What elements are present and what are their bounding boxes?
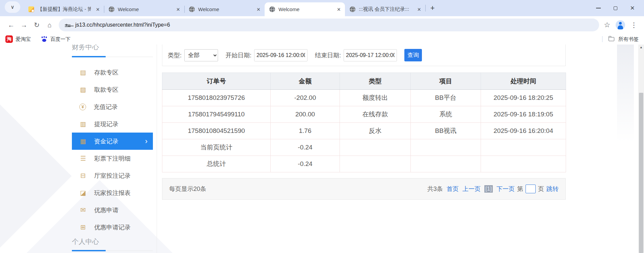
tab-forum[interactable]: 【新提醒】海燕论坛 - 博学交流 × bbox=[24, 2, 104, 16]
cell-amount: -0.24 bbox=[271, 156, 340, 172]
tab-welcome-active[interactable]: Welcome × bbox=[265, 2, 345, 16]
cell-order-no: 1758018023975726 bbox=[162, 90, 271, 106]
page-content: 财务中心 ▤ 存款专区 ▨ 取款专区 ¥ 充值记录 ▥ 提现记录 ▦ 资金记录 … bbox=[0, 45, 644, 253]
cell-amount: -0.24 bbox=[271, 139, 340, 156]
bookmark-star-icon[interactable]: ☆ bbox=[604, 21, 610, 29]
all-bookmarks-button[interactable]: 所有书签 bbox=[602, 36, 639, 43]
tab-title: 【新提醒】海燕论坛 - 博学交流 bbox=[37, 6, 91, 12]
next-page-link[interactable]: 下一页 bbox=[497, 185, 515, 193]
back-icon[interactable]: ← bbox=[5, 19, 18, 31]
money-bag-icon: ¥ bbox=[79, 104, 86, 110]
tab-welcome-1[interactable]: Welcome × bbox=[104, 2, 184, 16]
chart-report-icon: ◪ bbox=[79, 189, 87, 197]
sidebar-item-withdraw[interactable]: ▨ 取款专区 bbox=[72, 81, 153, 98]
type-label: 类型: bbox=[168, 51, 182, 59]
cell-project: BB平台 bbox=[411, 90, 481, 106]
sidebar-item-label: 彩票下注明细 bbox=[94, 154, 131, 163]
cell-label: 总统计 bbox=[162, 156, 271, 172]
all-bookmarks-label: 所有书签 bbox=[618, 36, 639, 43]
tab-close-icon[interactable]: × bbox=[255, 6, 262, 12]
query-button[interactable]: 查询 bbox=[404, 49, 422, 61]
baidu-paw-icon bbox=[41, 36, 48, 43]
sidebar-item-label: 资金记录 bbox=[94, 137, 118, 145]
window-close-button[interactable]: × bbox=[630, 6, 635, 10]
sidebar-item-deposit[interactable]: ▤ 存款专区 bbox=[72, 64, 153, 81]
cell-empty bbox=[481, 156, 566, 172]
tab-title: :::视讯 会员下注纪录::: bbox=[359, 6, 412, 12]
tab-strip: ∨ 【新提醒】海燕论坛 - 博学交流 × Welcome × Welcome ×… bbox=[0, 0, 644, 16]
bookmark-label: 爱淘宝 bbox=[16, 36, 31, 43]
type-select[interactable]: 全部 bbox=[184, 49, 218, 61]
tab-video-records[interactable]: :::视讯 会员下注纪录::: × bbox=[345, 2, 425, 16]
cell-empty bbox=[340, 139, 411, 156]
scrollbar-thumb[interactable] bbox=[639, 93, 643, 253]
sidebar-item-lottery-bet-detail[interactable]: ☰ 彩票下注明细 bbox=[72, 150, 153, 167]
page-scrollbar[interactable]: ▲ bbox=[638, 45, 644, 253]
bookmark-taobao[interactable]: 淘 爱淘宝 bbox=[5, 35, 31, 43]
sidebar-item-promo-apply-records[interactable]: ⊞ 优惠申请记录 bbox=[72, 219, 153, 236]
menu-kebab-icon[interactable]: ⋮ bbox=[630, 21, 637, 29]
cell-time: 2025-09-16 16:20:04 bbox=[481, 123, 566, 139]
sidebar-item-funds-records[interactable]: ▦ 资金记录 › bbox=[72, 133, 153, 150]
folder-icon bbox=[609, 37, 614, 41]
main-panel: 类型: 全部 开始日期: 结束日期: 查询 订单号 金额 类型 bbox=[162, 45, 566, 200]
cell-type: 在线存款 bbox=[340, 106, 411, 123]
tab-close-icon[interactable]: × bbox=[335, 6, 342, 12]
scroll-up-arrow-icon[interactable]: ▲ bbox=[638, 46, 644, 49]
sidebar-item-label: 充值记录 bbox=[93, 103, 118, 111]
new-tab-button[interactable]: + bbox=[426, 4, 439, 12]
cell-type: 额度转出 bbox=[340, 90, 411, 106]
prev-page-link[interactable]: 上一页 bbox=[462, 185, 481, 193]
home-icon[interactable]: ⌂ bbox=[43, 19, 56, 31]
sidebar-item-label: 玩家投注报表 bbox=[94, 189, 131, 197]
restore-button[interactable] bbox=[614, 6, 617, 10]
tab-close-icon[interactable]: × bbox=[175, 6, 182, 12]
jump-suffix-label: 页 bbox=[538, 185, 544, 193]
end-date-input[interactable] bbox=[344, 49, 397, 61]
tab-welcome-2[interactable]: Welcome × bbox=[184, 2, 265, 16]
table-row: 1758010804521590 1.76 反水 BB视讯 2025-09-16… bbox=[162, 123, 566, 139]
profile-avatar[interactable] bbox=[616, 20, 625, 30]
taobao-icon: 淘 bbox=[5, 35, 13, 43]
tab-close-icon[interactable]: × bbox=[94, 6, 101, 12]
address-bar[interactable]: js13.cc/hhcp/usercenter.html?iniType=6 bbox=[59, 19, 599, 31]
jump-button[interactable]: 跳转 bbox=[546, 185, 559, 193]
cell-amount: 200.00 bbox=[271, 106, 340, 123]
cell-time: 2025-09-16 18:20:25 bbox=[481, 90, 566, 106]
site-info-icon[interactable] bbox=[65, 25, 71, 25]
banknotes-icon: ▦ bbox=[79, 137, 87, 145]
background-watermark bbox=[617, 45, 634, 142]
cell-order-no: 1758010804521590 bbox=[162, 123, 271, 139]
jump-prefix-label: 第 bbox=[517, 185, 523, 193]
sidebar-item-label: 优惠申请 bbox=[94, 206, 118, 214]
bookmark-baidu[interactable]: 百度一下 bbox=[41, 36, 71, 43]
deposit-card-icon: ▤ bbox=[79, 68, 87, 76]
page-jump-input[interactable] bbox=[526, 185, 536, 193]
sidebar-section-finance: 财务中心 bbox=[72, 45, 153, 57]
current-page-badge: [1] bbox=[484, 185, 493, 193]
table-header-row: 订单号 金额 类型 项目 处理时间 bbox=[162, 73, 566, 90]
sidebar-item-recharge-records[interactable]: ¥ 充值记录 bbox=[72, 98, 153, 115]
tab-close-icon[interactable]: × bbox=[415, 6, 423, 12]
cell-project: BB视讯 bbox=[411, 123, 481, 139]
bullet-list-icon: ⊟ bbox=[79, 172, 87, 179]
minimize-button[interactable] bbox=[596, 8, 601, 8]
table-row-grand-total: 总统计 -0.24 bbox=[162, 156, 566, 172]
list-doc-icon: ☰ bbox=[79, 154, 87, 162]
sidebar-item-player-bet-report[interactable]: ◪ 玩家投注报表 bbox=[72, 184, 153, 201]
forward-icon[interactable]: → bbox=[18, 19, 30, 31]
col-order-no: 订单号 bbox=[162, 73, 271, 90]
grid-list-icon: ⊞ bbox=[79, 223, 87, 231]
sidebar-item-label: 存款专区 bbox=[94, 68, 118, 77]
reload-icon[interactable]: ↻ bbox=[30, 19, 43, 31]
tab-search-button[interactable]: ∨ bbox=[5, 1, 20, 13]
first-page-link[interactable]: 首页 bbox=[447, 185, 459, 193]
start-date-input[interactable] bbox=[254, 49, 307, 61]
sidebar-item-hall-bet-records[interactable]: ⊟ 厅室投注记录 bbox=[72, 167, 153, 184]
bookmarks-bar: 淘 爱淘宝 百度一下 所有书签 bbox=[0, 34, 644, 45]
cell-amount: 1.76 bbox=[271, 123, 340, 139]
sidebar-item-label: 提现记录 bbox=[94, 120, 118, 128]
sidebar-item-promo-apply[interactable]: ✉ 优惠申请 bbox=[72, 201, 153, 219]
chevron-right-icon: › bbox=[145, 138, 147, 145]
sidebar-item-withdrawal-records[interactable]: ▥ 提现记录 bbox=[72, 115, 153, 133]
